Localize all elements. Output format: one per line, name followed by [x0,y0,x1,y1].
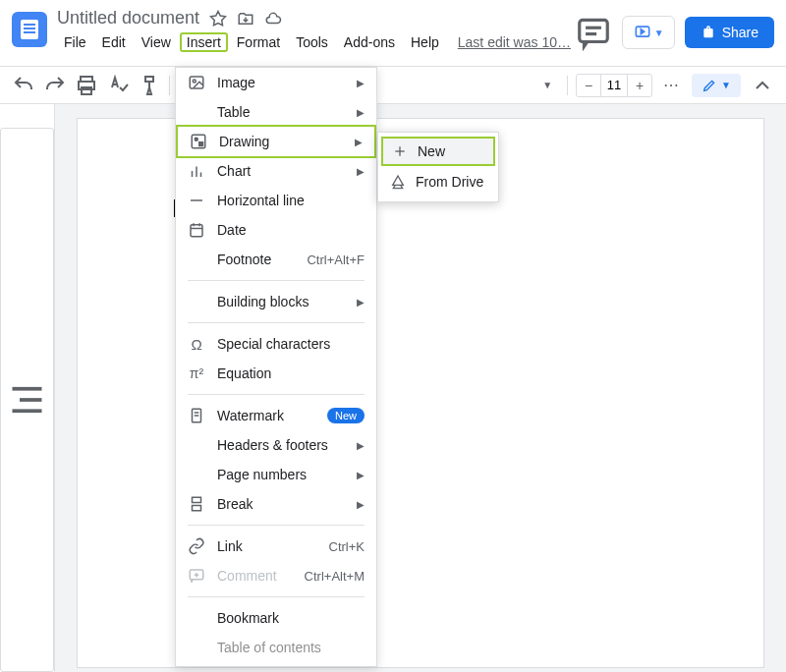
docs-logo[interactable] [12,12,47,47]
menu-separator [188,525,365,526]
menu-separator [188,322,365,323]
menu-addons[interactable]: Add-ons [337,32,402,52]
font-size-stepper: − 11 + [576,74,652,97]
font-size-value[interactable]: 11 [600,75,628,96]
chevron-right-icon: ▶ [357,440,365,451]
comment-history-icon[interactable] [575,14,612,51]
svg-point-11 [193,80,196,83]
chevron-right-icon: ▶ [357,107,365,118]
menu-separator [188,596,365,597]
more-icon[interactable]: ⋯ [660,74,684,97]
present-button[interactable]: ▼ [622,16,675,49]
break-icon [188,495,205,513]
menu-table-of-contents[interactable]: Table of contents [176,633,376,662]
menu-format[interactable]: Format [230,32,287,52]
font-size-decrease[interactable]: − [577,75,600,96]
pi-icon: π² [188,364,205,382]
menu-footnote[interactable]: Footnote Ctrl+Alt+F [176,245,376,274]
redo-icon[interactable] [43,74,67,97]
menu-page-numbers[interactable]: Page numbers ▶ [176,460,376,489]
insert-dropdown: Image ▶ Table ▶ Drawing ▶ Chart ▶ Horizo… [175,67,377,667]
omega-icon: Ω [188,335,205,353]
calendar-icon [188,221,205,239]
chevron-right-icon: ▶ [357,166,365,177]
chevron-right-icon: ▶ [357,470,365,480]
menu-bookmark[interactable]: Bookmark [176,603,376,633]
svg-rect-14 [198,141,203,146]
menu-equation[interactable]: π² Equation [176,359,376,388]
watermark-icon [188,407,205,424]
horizontal-line-icon [188,192,205,209]
new-badge: New [327,408,365,423]
comment-icon [188,567,205,585]
app-header: Untitled document File Edit View Insert … [0,0,786,67]
font-size-increase[interactable]: + [628,75,651,96]
chevron-right-icon: ▶ [357,499,365,510]
spellcheck-icon[interactable] [106,74,130,97]
collapse-icon[interactable] [751,74,774,97]
menu-break[interactable]: Break ▶ [176,489,376,519]
drive-icon [390,174,406,190]
submenu-new[interactable]: New [381,137,495,166]
editing-mode-button[interactable]: ▼ [692,74,741,97]
title-area: Untitled document File Edit View Insert … [57,8,575,52]
move-icon[interactable] [237,10,254,28]
left-rail [0,104,55,672]
menu-building-blocks[interactable]: Building blocks ▶ [176,287,376,316]
svg-point-13 [195,138,199,142]
undo-icon[interactable] [12,74,35,97]
menu-chart[interactable]: Chart ▶ [176,156,376,186]
menubar: File Edit View Insert Format Tools Add-o… [57,32,575,52]
paint-format-icon[interactable] [138,74,161,97]
menu-horizontal-line[interactable]: Horizontal line [176,186,376,215]
svg-rect-26 [193,497,201,502]
svg-rect-27 [193,506,201,511]
menu-date[interactable]: Date [176,215,376,245]
chevron-right-icon: ▶ [357,78,365,88]
toolbar: ▼ − 11 + ⋯ ▼ [0,67,786,104]
document-title[interactable]: Untitled document [57,8,199,28]
drawing-submenu: New From Drive [377,132,499,202]
menu-special-characters[interactable]: Ω Special characters [176,329,376,359]
submenu-from-drive[interactable]: From Drive [378,166,498,197]
menu-headers-footers[interactable]: Headers & footers ▶ [176,430,376,460]
menu-file[interactable]: File [57,32,93,52]
chevron-right-icon: ▶ [357,297,365,308]
menu-comment: Comment Ctrl+Alt+M [176,561,376,590]
style-dropdown-icon[interactable]: ▼ [535,74,559,97]
chart-icon [188,162,205,180]
menu-table[interactable]: Table ▶ [176,97,376,127]
drawing-icon [190,133,207,150]
menu-separator [188,280,365,281]
menu-watermark[interactable]: Watermark New [176,401,376,430]
cloud-status-icon[interactable] [264,10,282,28]
link-icon [188,537,205,555]
menu-drawing[interactable]: Drawing ▶ [176,125,376,158]
plus-icon [392,143,408,159]
outline-icon[interactable] [0,128,54,672]
star-icon[interactable] [209,10,227,28]
menu-help[interactable]: Help [404,32,446,52]
chevron-right-icon: ▶ [355,137,363,147]
last-edit-link[interactable]: Last edit was 10… [458,32,571,52]
menu-image[interactable]: Image ▶ [176,68,376,97]
print-icon[interactable] [75,74,98,97]
image-icon [188,74,205,91]
menu-tools[interactable]: Tools [289,32,335,52]
menu-link[interactable]: Link Ctrl+K [176,532,376,561]
menu-edit[interactable]: Edit [95,32,133,52]
svg-rect-19 [191,225,202,237]
menu-view[interactable]: View [135,32,178,52]
menu-separator [188,394,365,395]
share-button[interactable]: Share [685,17,774,48]
svg-rect-0 [579,20,607,41]
menu-insert[interactable]: Insert [180,32,228,52]
